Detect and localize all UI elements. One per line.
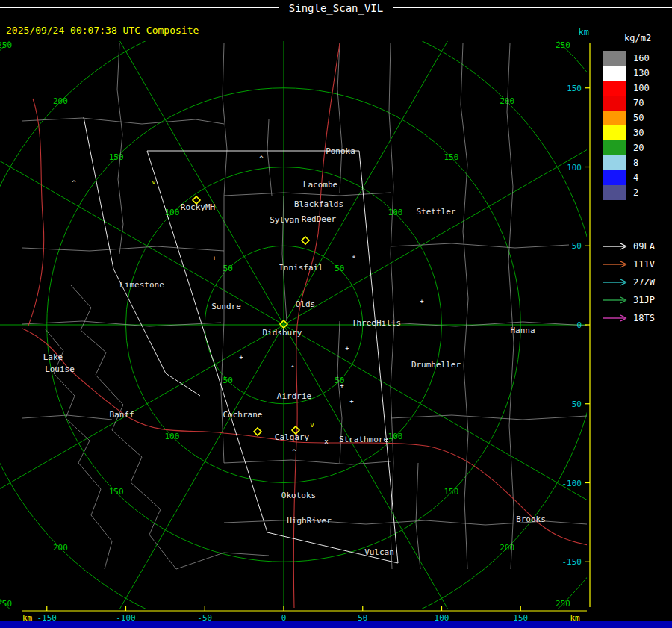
point-marker: + [420,297,424,305]
legend-value: 20 [633,143,644,153]
city-label: Ponoka [326,146,355,156]
legend-entry: 4 [597,170,672,185]
range-ring-label: 100 [388,208,403,217]
radar-id-label: 27ZW [633,277,655,287]
legend-entry: 2 [597,185,672,200]
city-label: Banff [109,410,134,420]
y-axis-tick-label: 0 [576,320,582,330]
legend-swatch [603,155,626,170]
city-label: Okotoks [281,491,316,500]
point-marker: + [345,344,349,352]
radar-id-label: 111V [633,259,655,270]
legend-swatch [603,125,626,140]
legend-swatch [603,66,626,81]
range-ring [0,0,672,628]
radar-arrow-icon [602,296,627,305]
county-boundary-line [391,415,587,420]
point-marker: ^ [292,448,296,456]
point-marker: + [239,353,243,361]
legend-swatch [603,140,626,155]
legend-entry: 20 [597,140,672,155]
radar-id-row: 27ZW [597,273,672,291]
point-marker: ^ [72,179,76,187]
range-ring-label: 250 [0,599,12,609]
county-boundary-line [71,285,176,569]
county-boundary-line [22,118,224,124]
azimuth-spoke [60,325,284,628]
county-boundary-line [221,196,224,463]
radar-site-legend: 09EA111V27ZW31JP18TS [597,237,672,327]
range-ring-label: 200 [500,543,514,553]
city-label: Airdrie [277,391,311,401]
city-label: Louise [45,364,75,374]
y-axis-tick-label: 50 [572,241,582,251]
legend-swatch [603,111,626,125]
color-scale-legend: kg/m2 16013010070503020842 [597,33,672,200]
range-ring-label: 150 [444,487,458,497]
county-boundary-line [223,43,227,196]
radar-id-label: 18TS [633,313,655,323]
city-label: RockyMH [181,202,215,212]
status-footer [0,621,672,628]
scan-footprint-outline [147,151,398,563]
legend-value: 8 [633,158,638,168]
county-boundary-line [22,321,221,326]
city-label: Sundre [211,302,241,311]
city-label: Olds [296,299,316,309]
radar-site-marker [302,237,309,244]
legend-entry: 8 [597,155,672,170]
county-boundary-line [117,43,123,254]
y-axis-tick-label: 150 [567,84,582,93]
legend-swatch [603,96,626,111]
legend-swatch [603,170,626,185]
legend-value: 2 [633,187,638,198]
highway-line [22,329,296,442]
city-label: Lake [43,352,63,362]
y-axis-tick-label: -50 [567,400,582,409]
county-boundary-line [224,460,391,464]
range-ring-label: 150 [109,487,124,497]
legend-swatch [603,185,626,200]
azimuth-spoke [284,0,508,325]
scan-footprint-outline [84,117,200,396]
legend-value: 30 [633,128,644,138]
range-ring-label: 50 [223,264,233,273]
legend-entry: 160 [597,51,672,66]
legend-entries: 16013010070503020842 [597,51,672,200]
city-label: Blackfalds [294,199,343,209]
legend-value: 50 [633,113,644,123]
city-label: Calgary [275,432,310,442]
highway-line [28,99,44,326]
y-axis-tick-label: -150 [562,557,582,567]
range-ring-label: 100 [388,432,403,441]
legend-entry: 100 [597,81,672,96]
radar-id-label: 31JP [633,295,655,305]
city-label: HighRiver [287,516,332,526]
azimuth-spoke [60,0,284,325]
range-ring-label: 50 [335,264,344,273]
radar-arrow-icon [602,278,627,287]
range-ring-label: 250 [556,599,570,609]
legend-value: 70 [633,98,644,108]
range-ring-label: 250 [556,40,570,50]
city-label: Didsbury [263,328,302,338]
county-boundary-line [391,322,587,326]
county-boundary-line [391,243,569,248]
legend-swatch [603,51,626,66]
legend-entry: 50 [597,111,672,125]
azimuth-spoke [284,325,508,628]
range-ring-label: 100 [165,432,180,441]
y-axis-unit-label: km [579,27,589,37]
county-boundary-line [461,43,468,569]
city-label: Drumheller [411,360,461,370]
radar-id-label: 09EA [633,241,655,252]
point-marker: v [152,178,155,186]
radar-map-canvas[interactable]: 5050505010010010010015015015015020020020… [0,0,672,628]
city-label: Strathmore [339,435,388,444]
range-ring-label: 200 [53,543,68,553]
legend-value: 4 [633,172,638,183]
city-label: Brooks [516,514,546,524]
county-boundary-line [176,553,269,569]
city-label: Vulcan [364,547,394,557]
point-marker: x [324,438,329,445]
